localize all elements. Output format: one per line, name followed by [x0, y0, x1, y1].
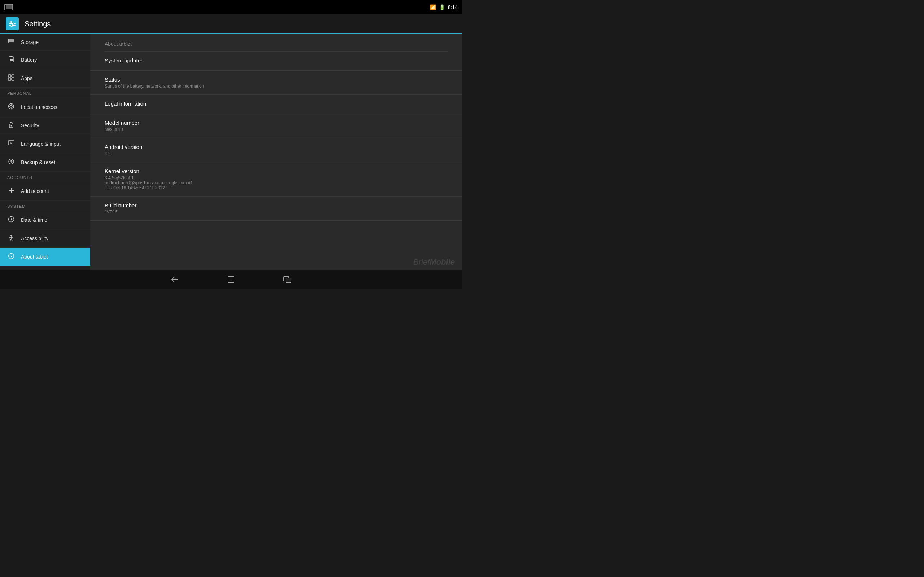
- svg-rect-8: [13, 40, 13, 40]
- content-item-build[interactable]: Build number JVP15I: [90, 197, 462, 221]
- sidebar-label-security: Security: [21, 122, 39, 128]
- sidebar-label-language: Language & input: [21, 141, 61, 147]
- sidebar-label-location: Location access: [21, 104, 57, 110]
- storage-icon: [7, 39, 15, 45]
- build-subtitle: JVP15I: [105, 210, 447, 214]
- language-icon: A: [7, 140, 15, 148]
- content-panel-title: About tablet: [90, 34, 462, 51]
- sidebar-item-language[interactable]: A Language & input: [0, 135, 90, 153]
- wifi-icon: 📶: [430, 4, 436, 10]
- sidebar-item-security[interactable]: Security: [0, 116, 90, 135]
- clock: 8:14: [448, 4, 458, 10]
- svg-text:A: A: [10, 141, 12, 145]
- status-subtitle: Status of the battery, network, and othe…: [105, 84, 447, 89]
- svg-point-3: [10, 21, 12, 23]
- svg-line-37: [11, 239, 12, 240]
- sidebar-item-location[interactable]: Location access: [0, 98, 90, 116]
- content-item-status[interactable]: Status Status of the battery, network, a…: [90, 71, 462, 95]
- sidebar-item-about[interactable]: About tablet: [0, 248, 90, 266]
- section-header-personal: PERSONAL: [0, 88, 90, 98]
- content-item-model[interactable]: Model number Nexus 10: [90, 114, 462, 138]
- sidebar-label-add-account: Add account: [21, 188, 49, 194]
- sidebar-label-about: About tablet: [21, 254, 48, 259]
- location-icon: [7, 103, 15, 111]
- svg-rect-13: [8, 75, 11, 77]
- sidebar-label-apps: Apps: [21, 76, 32, 81]
- sidebar: Storage Battery: [0, 34, 90, 271]
- svg-rect-12: [10, 59, 13, 61]
- battery-sidebar-icon: [7, 56, 15, 64]
- status-bar-left: [4, 4, 13, 10]
- sidebar-item-datetime[interactable]: Date & time: [0, 211, 90, 229]
- content-item-kernel[interactable]: Kernel version 3.4.5-g52f6ab1 android-bu…: [90, 162, 462, 197]
- content-item-android-version[interactable]: Android version 4.2: [90, 138, 462, 162]
- accessibility-icon: [7, 234, 15, 242]
- sidebar-item-add-account[interactable]: Add account: [0, 182, 90, 200]
- add-account-icon: [7, 187, 15, 195]
- sidebar-label-accessibility: Accessibility: [21, 235, 48, 241]
- model-title: Model number: [105, 120, 447, 126]
- content-panel: About tablet System updates Status Statu…: [90, 34, 462, 271]
- svg-point-40: [11, 255, 11, 255]
- svg-line-36: [10, 239, 11, 240]
- svg-line-32: [11, 219, 13, 220]
- main-content: Storage Battery: [0, 34, 462, 271]
- sidebar-item-backup[interactable]: Backup & reset: [0, 153, 90, 172]
- svg-rect-9: [13, 42, 13, 43]
- settings-app-icon: [6, 17, 19, 30]
- sidebar-item-battery[interactable]: Battery: [0, 51, 90, 69]
- battery-icon: 🔋: [439, 4, 445, 10]
- title-bar: Settings: [0, 15, 462, 34]
- build-title: Build number: [105, 202, 447, 208]
- screenshot-icon: [4, 4, 13, 10]
- backup-icon: [7, 158, 15, 166]
- section-header-accounts: ACCOUNTS: [0, 172, 90, 182]
- sidebar-label-battery: Battery: [21, 57, 37, 63]
- svg-point-4: [13, 23, 15, 25]
- section-header-system: SYSTEM: [0, 200, 90, 211]
- status-title: Status: [105, 76, 447, 82]
- status-bar-right: 📶 🔋 8:14: [430, 4, 458, 10]
- home-button[interactable]: [225, 273, 237, 286]
- sidebar-label-storage: Storage: [21, 39, 39, 45]
- svg-rect-16: [11, 78, 14, 81]
- svg-rect-43: [286, 278, 291, 282]
- page-title: Settings: [24, 20, 50, 28]
- recents-button[interactable]: [281, 273, 294, 286]
- about-icon: [7, 253, 15, 261]
- sidebar-label-backup: Backup & reset: [21, 160, 55, 165]
- status-bar: 📶 🔋 8:14: [0, 0, 462, 15]
- kernel-title: Kernel version: [105, 168, 447, 174]
- back-button[interactable]: [168, 273, 181, 286]
- sidebar-item-storage[interactable]: Storage: [0, 34, 90, 51]
- svg-point-24: [11, 126, 12, 127]
- svg-point-5: [11, 25, 13, 27]
- nav-bar: [0, 271, 462, 288]
- apps-icon: [7, 74, 15, 82]
- svg-point-18: [10, 105, 12, 108]
- svg-rect-15: [8, 78, 11, 81]
- kernel-subtitle: 3.4.5-g52f6ab1 android-build@vpbs1.mtv.c…: [105, 175, 447, 190]
- content-item-system-updates[interactable]: System updates: [90, 52, 462, 71]
- system-updates-title: System updates: [105, 57, 447, 63]
- svg-point-33: [10, 235, 12, 236]
- android-version-title: Android version: [105, 144, 447, 150]
- sidebar-item-accessibility[interactable]: Accessibility: [0, 229, 90, 248]
- sidebar-item-apps[interactable]: Apps: [0, 69, 90, 88]
- svg-rect-41: [228, 277, 234, 282]
- model-subtitle: Nexus 10: [105, 127, 447, 132]
- content-item-legal[interactable]: Legal information: [90, 95, 462, 114]
- sidebar-label-datetime: Date & time: [21, 217, 47, 223]
- security-icon: [7, 121, 15, 129]
- android-version-subtitle: 4.2: [105, 151, 447, 156]
- datetime-icon: [7, 216, 15, 224]
- svg-rect-14: [11, 75, 14, 77]
- legal-title: Legal information: [105, 101, 447, 107]
